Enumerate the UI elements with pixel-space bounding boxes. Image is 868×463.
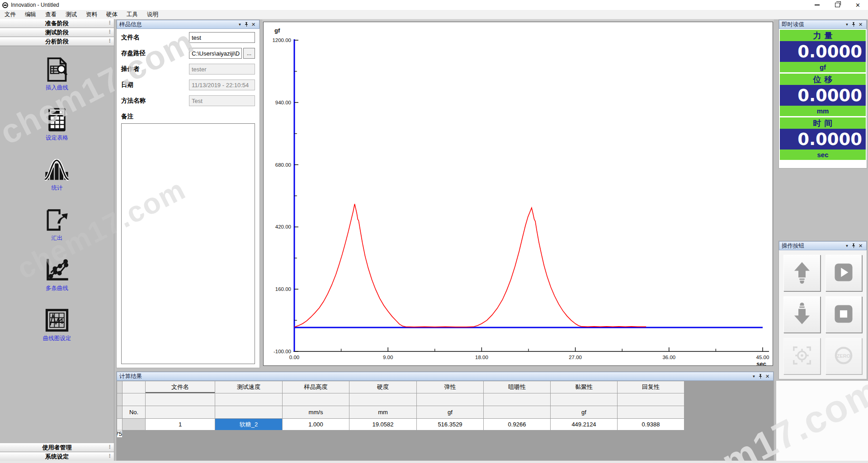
sample-field-input[interactable]: C:\Users\aiyaziji\D [189,48,242,59]
pin-icon[interactable] [243,21,250,28]
svg-text:27.00: 27.00 [569,355,582,360]
result-cell[interactable]: 19.0582 [349,419,417,430]
browse-button[interactable]: ... [243,48,255,59]
sidebar-tool[interactable]: 设定表格 [44,108,70,142]
chevron-down-icon[interactable]: ▼ [750,373,757,380]
svg-text:420.00: 420.00 [275,224,291,229]
sample-field-input[interactable]: Test [189,95,255,106]
svg-text:18.00: 18.00 [475,355,488,360]
sidebar-tool[interactable]: 曲线图设定 [43,309,71,342]
menubar: 文件编辑查看测试资料硬体工具说明 [0,10,868,19]
table-header-cell [618,393,684,406]
close-icon[interactable]: ✕ [250,21,257,28]
result-cell[interactable]: 516.3529 [417,419,484,430]
result-cell[interactable]: 0.9388 [618,419,684,430]
readings-title: 即时读值 [782,21,804,28]
window-title: Innovation - Untitled [11,2,59,8]
sidebar-tool[interactable]: 多条曲线 [44,258,70,292]
column-header[interactable]: 回复性 [618,381,684,393]
column-header[interactable]: 弹性 [417,381,484,393]
close-icon[interactable]: ✕ [857,21,864,28]
menu-item[interactable]: 硬体 [102,10,122,19]
column-header[interactable]: 文件名 [146,381,215,393]
sidebar-tool[interactable]: 汇出 [44,208,70,242]
zero-button[interactable]: ZERO [826,338,863,374]
menu-item[interactable]: 资料 [81,10,102,19]
menu-item[interactable]: 编辑 [20,10,41,19]
sample-field-label: 文件名 [121,33,189,42]
jog-down-button[interactable] [783,296,821,333]
restore-icon [835,3,840,7]
close-icon: ✕ [855,2,860,8]
titlebar: Innovation - Untitled ✕ [0,0,868,10]
start-button[interactable] [826,255,863,291]
chevron-down-icon[interactable]: ▼ [236,21,243,28]
restore-button[interactable] [827,0,848,10]
multi-curve-icon [45,258,69,284]
sample-field-input[interactable]: tester [189,64,255,75]
sample-field-input[interactable]: test [189,32,255,43]
column-header[interactable]: 硬度 [349,381,417,393]
sidebar-tab[interactable]: 使用者管理 [0,443,114,452]
jog-up-button[interactable] [783,255,821,291]
menu-item[interactable]: 测试 [61,10,81,19]
column-header[interactable]: 咀嚼性 [484,381,551,393]
pin-icon[interactable] [757,373,764,380]
menu-item[interactable]: 工具 [122,10,142,19]
controls-title: 操作按钮 [782,242,804,250]
column-header[interactable]: 样品高度 [283,381,349,393]
table-header-cell [417,393,484,406]
close-icon[interactable]: ✕ [857,243,864,249]
column-header[interactable]: 黏聚性 [551,381,618,393]
minimize-button[interactable] [807,0,827,10]
menu-item[interactable]: 说明 [142,10,163,19]
menu-item[interactable]: 查看 [41,10,61,19]
sidebar-tab[interactable]: 测试阶段 [0,28,114,37]
sidebar-tab[interactable]: 系统设定 [0,452,114,461]
sidebar-tool-label: 统计 [52,184,63,192]
play-icon [833,262,854,285]
sidebar-tool[interactable]: 统计 [44,158,70,192]
svg-text:ZERO: ZERO [837,353,850,358]
remark-textarea[interactable] [121,123,255,364]
result-cell[interactable]: 449.2124 [551,419,618,430]
stop-icon [833,304,854,326]
close-icon[interactable]: ✕ [764,373,771,380]
result-cell[interactable]: 0.7585 [117,430,123,438]
svg-text:36.00: 36.00 [662,355,675,360]
results-panel: 计算结果 ▼ ✕ 文件名测试速度样品高度硬度弹性咀嚼性黏聚性回复性No.mm/s… [116,371,774,461]
result-cell[interactable]: 0.9266 [484,419,551,430]
chevron-down-icon[interactable]: ▼ [844,243,850,249]
sidebar-tab[interactable]: 准备阶段 [0,19,114,28]
result-cell[interactable]: 软糖_2 [215,419,283,430]
result-cell[interactable]: 1.000 [283,419,349,430]
menu-item[interactable]: 文件 [0,10,20,19]
row-number-header: No. [123,406,146,419]
target-button[interactable] [783,338,821,374]
svg-text:-100.00: -100.00 [274,349,291,354]
unit-cell [215,406,283,419]
chart-setup-icon [45,309,69,334]
sample-field-label: 日期 [121,81,189,89]
sidebar-tool-label: 设定表格 [46,134,68,142]
window-bottom-edge [0,461,868,463]
sidebar-tab[interactable]: 分析阶段 [0,37,114,46]
sidebar-tool-label: 插入曲线 [46,84,68,92]
results-table: 文件名测试速度样品高度硬度弹性咀嚼性黏聚性回复性No.mm/smmgfgf1软糖… [117,381,684,438]
svg-text:0.00: 0.00 [289,355,299,360]
column-header[interactable]: 测试速度 [215,381,283,393]
stop-button[interactable] [826,296,863,333]
row-number-cell[interactable]: 1 [146,419,215,430]
sample-field-input[interactable]: 11/13/2019 - 22:10:54 [189,80,255,90]
pin-icon[interactable] [850,21,857,28]
close-button[interactable]: ✕ [848,0,868,10]
sample-info-panel: 样品信息 ▼ ✕ 文件名test存盘路径C:\Users\aiyaziji\D.… [116,19,260,368]
results-title: 计算结果 [119,373,142,380]
remark-label: 备注 [121,112,255,121]
sidebar-tool-label: 曲线图设定 [43,335,71,342]
pin-icon[interactable] [850,243,857,249]
reading-label: 时间 [780,117,866,129]
chevron-down-icon[interactable]: ▼ [844,21,850,28]
sidebar-tool[interactable]: 插入曲线 [44,58,70,92]
unit-cell [484,406,551,419]
